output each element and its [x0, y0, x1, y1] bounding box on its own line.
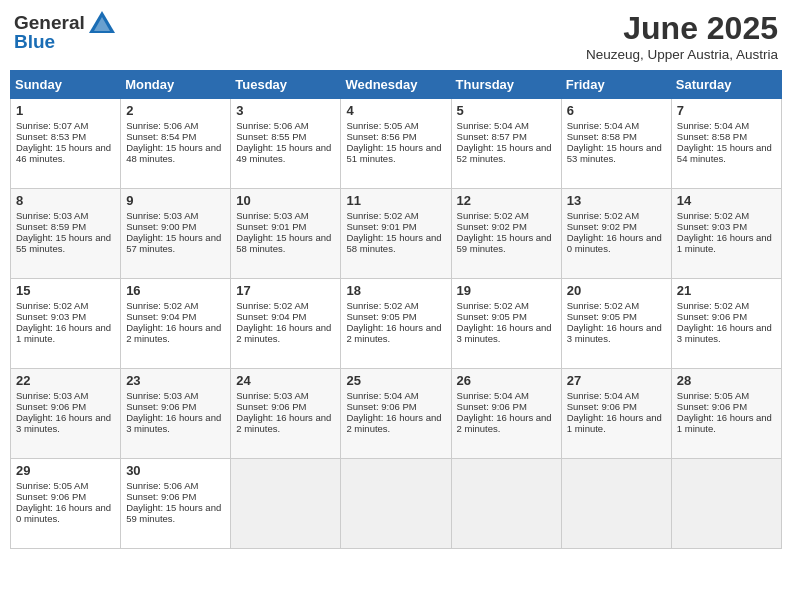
daylight-text: Daylight: 15 hours and 48 minutes.: [126, 142, 221, 164]
daylight-text: Daylight: 16 hours and 2 minutes.: [126, 322, 221, 344]
daylight-text: Daylight: 16 hours and 3 minutes.: [126, 412, 221, 434]
day-number: 14: [677, 193, 776, 208]
sunrise-text: Sunrise: 5:03 AM: [16, 390, 88, 401]
sunset-text: Sunset: 9:06 PM: [236, 401, 306, 412]
sunrise-text: Sunrise: 5:06 AM: [236, 120, 308, 131]
sunset-text: Sunset: 9:02 PM: [457, 221, 527, 232]
day-number: 22: [16, 373, 115, 388]
daylight-text: Daylight: 15 hours and 54 minutes.: [677, 142, 772, 164]
daylight-text: Daylight: 16 hours and 3 minutes.: [457, 322, 552, 344]
calendar-cell: 30Sunrise: 5:06 AMSunset: 9:06 PMDayligh…: [121, 459, 231, 549]
sunset-text: Sunset: 9:02 PM: [567, 221, 637, 232]
daylight-text: Daylight: 16 hours and 2 minutes.: [236, 412, 331, 434]
calendar-cell: 13Sunrise: 5:02 AMSunset: 9:02 PMDayligh…: [561, 189, 671, 279]
sunset-text: Sunset: 9:04 PM: [236, 311, 306, 322]
calendar-cell: [341, 459, 451, 549]
day-number: 7: [677, 103, 776, 118]
calendar-cell: 20Sunrise: 5:02 AMSunset: 9:05 PMDayligh…: [561, 279, 671, 369]
sunset-text: Sunset: 8:58 PM: [677, 131, 747, 142]
calendar-cell: 11Sunrise: 5:02 AMSunset: 9:01 PMDayligh…: [341, 189, 451, 279]
calendar-cell: 10Sunrise: 5:03 AMSunset: 9:01 PMDayligh…: [231, 189, 341, 279]
sunset-text: Sunset: 8:53 PM: [16, 131, 86, 142]
daylight-text: Daylight: 15 hours and 49 minutes.: [236, 142, 331, 164]
daylight-text: Daylight: 15 hours and 58 minutes.: [346, 232, 441, 254]
sunset-text: Sunset: 9:06 PM: [126, 401, 196, 412]
sunrise-text: Sunrise: 5:02 AM: [346, 300, 418, 311]
calendar-cell: 5Sunrise: 5:04 AMSunset: 8:57 PMDaylight…: [451, 99, 561, 189]
sunrise-text: Sunrise: 5:02 AM: [677, 300, 749, 311]
calendar-cell: 9Sunrise: 5:03 AMSunset: 9:00 PMDaylight…: [121, 189, 231, 279]
day-number: 3: [236, 103, 335, 118]
sunrise-text: Sunrise: 5:04 AM: [346, 390, 418, 401]
sunset-text: Sunset: 9:05 PM: [457, 311, 527, 322]
daylight-text: Daylight: 15 hours and 51 minutes.: [346, 142, 441, 164]
calendar-cell: 19Sunrise: 5:02 AMSunset: 9:05 PMDayligh…: [451, 279, 561, 369]
calendar-cell: 27Sunrise: 5:04 AMSunset: 9:06 PMDayligh…: [561, 369, 671, 459]
sunrise-text: Sunrise: 5:03 AM: [126, 210, 198, 221]
sunset-text: Sunset: 9:03 PM: [677, 221, 747, 232]
daylight-text: Daylight: 15 hours and 57 minutes.: [126, 232, 221, 254]
day-number: 17: [236, 283, 335, 298]
day-number: 8: [16, 193, 115, 208]
day-number: 20: [567, 283, 666, 298]
daylight-text: Daylight: 16 hours and 0 minutes.: [567, 232, 662, 254]
sunrise-text: Sunrise: 5:07 AM: [16, 120, 88, 131]
sunrise-text: Sunrise: 5:02 AM: [16, 300, 88, 311]
day-number: 10: [236, 193, 335, 208]
sunset-text: Sunset: 8:54 PM: [126, 131, 196, 142]
sunrise-text: Sunrise: 5:03 AM: [236, 390, 308, 401]
calendar-cell: [231, 459, 341, 549]
sunrise-text: Sunrise: 5:04 AM: [677, 120, 749, 131]
sunrise-text: Sunrise: 5:06 AM: [126, 480, 198, 491]
sunset-text: Sunset: 9:04 PM: [126, 311, 196, 322]
calendar-cell: 3Sunrise: 5:06 AMSunset: 8:55 PMDaylight…: [231, 99, 341, 189]
calendar-cell: [671, 459, 781, 549]
weekday-header: Tuesday: [231, 71, 341, 99]
sunset-text: Sunset: 9:06 PM: [346, 401, 416, 412]
sunrise-text: Sunrise: 5:04 AM: [567, 390, 639, 401]
day-number: 4: [346, 103, 445, 118]
calendar-cell: 16Sunrise: 5:02 AMSunset: 9:04 PMDayligh…: [121, 279, 231, 369]
sunset-text: Sunset: 9:05 PM: [567, 311, 637, 322]
day-number: 15: [16, 283, 115, 298]
calendar: SundayMondayTuesdayWednesdayThursdayFrid…: [10, 70, 782, 549]
sunrise-text: Sunrise: 5:02 AM: [457, 210, 529, 221]
day-number: 5: [457, 103, 556, 118]
logo-triangle-icon: [88, 10, 116, 34]
sunrise-text: Sunrise: 5:03 AM: [236, 210, 308, 221]
day-number: 25: [346, 373, 445, 388]
sunrise-text: Sunrise: 5:03 AM: [126, 390, 198, 401]
calendar-cell: 1Sunrise: 5:07 AMSunset: 8:53 PMDaylight…: [11, 99, 121, 189]
day-number: 29: [16, 463, 115, 478]
day-number: 21: [677, 283, 776, 298]
month-title: June 2025: [586, 10, 778, 47]
day-number: 23: [126, 373, 225, 388]
logo: General Blue: [14, 10, 116, 51]
daylight-text: Daylight: 16 hours and 3 minutes.: [677, 322, 772, 344]
sunrise-text: Sunrise: 5:06 AM: [126, 120, 198, 131]
weekday-header: Thursday: [451, 71, 561, 99]
day-number: 9: [126, 193, 225, 208]
sunrise-text: Sunrise: 5:04 AM: [457, 390, 529, 401]
daylight-text: Daylight: 16 hours and 0 minutes.: [16, 502, 111, 524]
calendar-cell: 12Sunrise: 5:02 AMSunset: 9:02 PMDayligh…: [451, 189, 561, 279]
sunrise-text: Sunrise: 5:05 AM: [16, 480, 88, 491]
sunset-text: Sunset: 9:06 PM: [677, 311, 747, 322]
sunset-text: Sunset: 9:01 PM: [346, 221, 416, 232]
sunrise-text: Sunrise: 5:04 AM: [567, 120, 639, 131]
day-number: 6: [567, 103, 666, 118]
sunset-text: Sunset: 8:57 PM: [457, 131, 527, 142]
sunset-text: Sunset: 9:06 PM: [16, 401, 86, 412]
sunrise-text: Sunrise: 5:02 AM: [457, 300, 529, 311]
calendar-cell: 21Sunrise: 5:02 AMSunset: 9:06 PMDayligh…: [671, 279, 781, 369]
sunrise-text: Sunrise: 5:02 AM: [567, 210, 639, 221]
daylight-text: Daylight: 16 hours and 3 minutes.: [567, 322, 662, 344]
calendar-cell: 4Sunrise: 5:05 AMSunset: 8:56 PMDaylight…: [341, 99, 451, 189]
sunrise-text: Sunrise: 5:02 AM: [236, 300, 308, 311]
calendar-cell: 25Sunrise: 5:04 AMSunset: 9:06 PMDayligh…: [341, 369, 451, 459]
calendar-cell: 28Sunrise: 5:05 AMSunset: 9:06 PMDayligh…: [671, 369, 781, 459]
daylight-text: Daylight: 15 hours and 55 minutes.: [16, 232, 111, 254]
sunset-text: Sunset: 9:01 PM: [236, 221, 306, 232]
calendar-cell: 8Sunrise: 5:03 AMSunset: 8:59 PMDaylight…: [11, 189, 121, 279]
day-number: 26: [457, 373, 556, 388]
